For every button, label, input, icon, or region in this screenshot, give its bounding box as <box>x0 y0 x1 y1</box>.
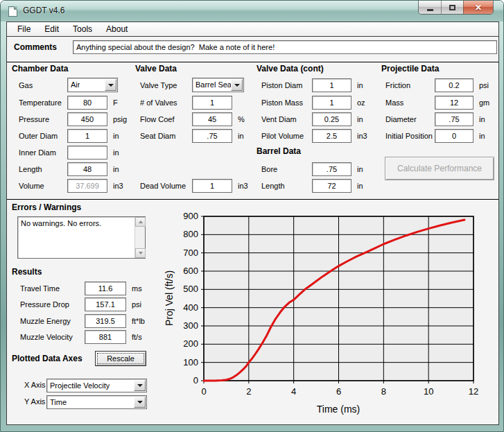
travel-time-label: Travel Time <box>20 284 85 293</box>
close-icon: ✕ <box>475 3 482 12</box>
y-axis-label: Y Axis <box>24 397 45 406</box>
piston-mass-field[interactable] <box>312 96 351 110</box>
y-axis-dropdown-button[interactable] <box>134 397 146 408</box>
vent-diam-unit: in <box>357 115 363 123</box>
muzzle-energy-unit: ft*lb <box>132 317 145 325</box>
pilot-volume-field[interactable] <box>312 129 351 143</box>
svg-text:200: 200 <box>183 338 198 349</box>
inner-diam-unit: in <box>113 148 119 157</box>
y-axis-value: Time <box>50 398 67 406</box>
seat-diam-field[interactable] <box>192 129 232 143</box>
gas-select[interactable]: Air <box>67 78 118 92</box>
barrel-length-field[interactable] <box>312 179 351 193</box>
errors-scrollbar[interactable] <box>134 217 145 258</box>
diameter-field[interactable] <box>435 112 473 126</box>
mass-label: Mass <box>385 98 435 107</box>
bore-unit: in <box>357 165 363 173</box>
travel-time-unit: ms <box>132 284 142 293</box>
piston-diam-field[interactable] <box>312 78 351 92</box>
muzzle-energy-field[interactable] <box>85 314 126 328</box>
outer-diam-field[interactable] <box>67 129 107 143</box>
svg-text:600: 600 <box>183 266 198 276</box>
valve-data-cont-title: Valve Data (cont) <box>257 64 324 74</box>
comments-label: Comments <box>14 42 57 52</box>
seat-diam-unit: in <box>238 132 244 140</box>
diameter-unit: in <box>479 115 485 123</box>
scroll-down-button[interactable] <box>135 248 146 258</box>
x-axis-select[interactable]: Projectile Velocity <box>46 379 147 392</box>
muzzle-velocity-field[interactable] <box>85 330 126 344</box>
mass-field[interactable] <box>435 96 473 110</box>
flow-coef-field[interactable] <box>192 112 232 126</box>
bore-field[interactable] <box>312 162 351 176</box>
dead-volume-unit: in3 <box>238 182 248 190</box>
svg-text:8: 8 <box>381 386 386 397</box>
divider-line-middle <box>7 199 498 200</box>
bore-label: Bore <box>261 165 312 173</box>
menubar: File Edit Tools About <box>7 22 498 37</box>
volume-unit: in3 <box>113 182 123 190</box>
friction-label: Friction <box>385 81 435 89</box>
initial-position-label: Initial Position <box>385 132 435 140</box>
maximize-button[interactable] <box>441 1 463 14</box>
minimize-icon <box>427 9 433 11</box>
scroll-down-icon <box>139 252 143 254</box>
barrel-data-title: Barrel Data <box>257 146 301 156</box>
close-button[interactable]: ✕ <box>463 1 493 14</box>
piston-mass-label: Piston Mass <box>261 98 312 107</box>
comments-input[interactable] <box>73 40 497 54</box>
svg-text:300: 300 <box>183 320 198 331</box>
minimize-button[interactable] <box>419 1 441 14</box>
chamber-length-unit: in <box>113 165 119 173</box>
menu-item-file[interactable]: File <box>10 23 37 35</box>
flow-coef-unit: % <box>238 115 245 123</box>
scroll-up-icon <box>139 221 143 223</box>
piston-diam-label: Piston Diam <box>261 81 312 89</box>
vent-diam-label: Vent Diam <box>261 115 312 123</box>
errors-warnings-text: No warnings. No errors. <box>21 219 132 227</box>
piston-diam-unit: in <box>357 81 363 89</box>
chamber-data-title: Chamber Data <box>12 64 68 74</box>
x-axis-label: X Axis <box>24 381 46 389</box>
scroll-up-button[interactable] <box>135 217 146 227</box>
vent-diam-field[interactable] <box>312 112 351 126</box>
svg-text:800: 800 <box>183 229 198 239</box>
flow-coef-label: Flow Coef <box>140 115 192 123</box>
titlebar[interactable]: GGDT v4.6 ✕ <box>1 1 503 21</box>
errors-warnings-box[interactable]: No warnings. No errors. <box>17 216 146 259</box>
x-axis-value: Projectile Velocity <box>50 381 110 390</box>
results-title: Results <box>12 267 42 277</box>
num-valves-field[interactable] <box>192 96 232 110</box>
gas-dropdown-button[interactable] <box>105 79 116 91</box>
x-axis-dropdown-button[interactable] <box>134 380 146 391</box>
rescale-button[interactable]: Rescale <box>95 351 146 366</box>
num-valves-label: # of Valves <box>140 98 192 107</box>
menu-item-about[interactable]: About <box>99 23 134 35</box>
pilot-volume-label: Pilot Volume <box>261 132 312 140</box>
valve-type-label: Valve Type <box>140 81 192 89</box>
svg-text:10: 10 <box>424 386 433 397</box>
initial-position-field[interactable] <box>435 129 473 143</box>
volume-field <box>67 179 107 193</box>
pressure-field[interactable] <box>67 112 107 126</box>
chevron-down-icon <box>137 401 143 404</box>
diameter-label: Diameter <box>385 115 435 123</box>
pilot-volume-unit: in3 <box>357 132 367 140</box>
pressure-drop-field[interactable] <box>85 297 126 311</box>
temperature-unit: F <box>113 98 118 107</box>
friction-field[interactable] <box>435 78 473 92</box>
menu-item-tools[interactable]: Tools <box>66 23 99 35</box>
dead-volume-field[interactable] <box>192 179 232 193</box>
travel-time-field[interactable] <box>85 282 126 295</box>
temperature-field[interactable] <box>67 96 107 110</box>
friction-unit: psi <box>479 81 489 89</box>
valve-type-select[interactable]: Barrel Seal <box>192 78 244 92</box>
y-axis-select[interactable]: Time <box>46 395 147 409</box>
maximize-icon <box>449 5 455 10</box>
inner-diam-field[interactable] <box>67 146 107 159</box>
menu-item-edit[interactable]: Edit <box>37 23 66 35</box>
svg-text:6: 6 <box>336 386 341 397</box>
chamber-length-field[interactable] <box>67 162 107 176</box>
valve-type-dropdown-button[interactable] <box>231 79 243 91</box>
piston-mass-unit: oz <box>357 98 365 107</box>
